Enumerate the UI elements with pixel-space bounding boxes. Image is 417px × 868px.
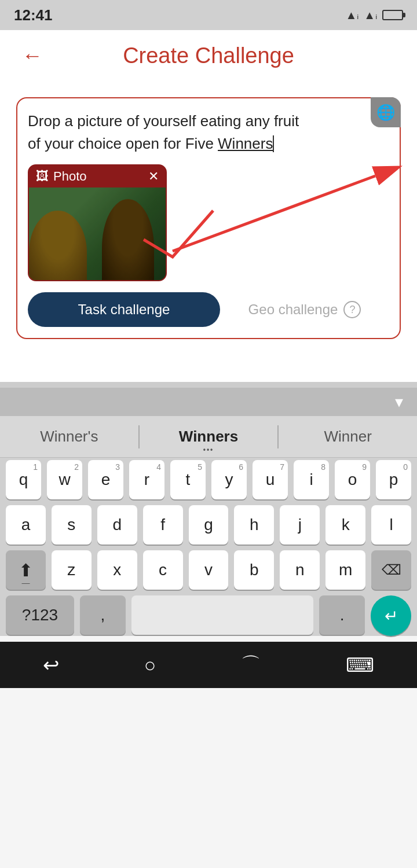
challenge-type-row: Task challenge Geo challenge ? <box>28 292 389 328</box>
status-icons: ▲ᵢ ▲ᵢ <box>345 8 403 22</box>
shift-key[interactable]: ⬆ — <box>6 550 46 590</box>
key-t[interactable]: 5t <box>170 460 206 499</box>
key-d[interactable]: d <box>97 505 137 545</box>
nav-recents-icon[interactable]: ⌒ <box>241 652 261 678</box>
key-k[interactable]: k <box>325 505 365 545</box>
main-content: 🌐 Drop a picture of yourself eating any … <box>0 81 417 382</box>
geo-challenge-button[interactable]: Geo challenge ? <box>220 292 389 328</box>
status-time: 12:41 <box>14 6 53 24</box>
bottom-nav: ↩ ○ ⌒ ⌨ <box>0 642 417 688</box>
period-key[interactable]: . <box>319 595 365 635</box>
task-challenge-button[interactable]: Task challenge <box>28 292 220 327</box>
photo-image-icon: 🖼 <box>36 169 49 184</box>
key-l[interactable]: l <box>371 505 411 545</box>
key-o[interactable]: 9o <box>335 460 370 499</box>
key-v[interactable]: v <box>189 550 229 590</box>
nav-keyboard-icon[interactable]: ⌨ <box>346 653 374 676</box>
enter-key[interactable]: ↵ <box>371 595 411 636</box>
chevron-row: ▾ <box>0 388 417 416</box>
key-x[interactable]: x <box>97 550 137 590</box>
app-header: ← Create Challenge <box>0 30 417 81</box>
keyboard-section: ▾ Winner's Winners Winner 1q 2w 3e 4r 5t… <box>0 382 417 636</box>
photo-image <box>29 187 166 280</box>
globe-icon: 🌐 <box>376 104 395 122</box>
keyboard-row-2: a s d f g h j k l <box>0 505 417 545</box>
photo-thumbnail: 🖼 Photo ✕ <box>28 164 167 281</box>
backspace-key[interactable]: ⌫ <box>371 550 411 590</box>
keyboard-row-3: ⬆ — z x c v b n m ⌫ <box>0 550 417 590</box>
key-q[interactable]: 1q <box>6 460 41 499</box>
globe-button[interactable]: 🌐 <box>371 97 401 127</box>
keyboard-row-4: ?123 , . ↵ <box>0 595 417 636</box>
key-f[interactable]: f <box>143 505 183 545</box>
status-bar: 12:41 ▲ᵢ ▲ᵢ <box>0 0 417 30</box>
chevron-down-icon[interactable]: ▾ <box>395 392 403 411</box>
key-a[interactable]: a <box>6 505 46 545</box>
challenge-text: Drop a picture of yourself eating any fr… <box>28 110 389 155</box>
key-w[interactable]: 2w <box>47 460 82 499</box>
key-g[interactable]: g <box>189 505 229 545</box>
autocomplete-row: Winner's Winners Winner <box>0 416 417 458</box>
key-j[interactable]: j <box>280 505 320 545</box>
autocomplete-item-3[interactable]: Winner <box>279 418 417 455</box>
signal-icon-2: ▲ᵢ <box>364 8 378 22</box>
key-h[interactable]: h <box>234 505 274 545</box>
nav-back-icon[interactable]: ↩ <box>43 653 59 676</box>
key-s[interactable]: s <box>52 505 92 545</box>
keyboard-row-1: 1q 2w 3e 4r 5t 6y 7u 8i 9o 0p <box>0 460 417 499</box>
page-title: Create Challenge <box>123 43 294 68</box>
photo-label-bar: 🖼 Photo ✕ <box>29 165 166 187</box>
geo-help-icon: ? <box>343 301 361 318</box>
nav-home-icon[interactable]: ○ <box>144 654 156 676</box>
geo-challenge-label: Geo challenge <box>248 301 338 318</box>
autocomplete-item-2[interactable]: Winners <box>140 418 278 455</box>
comma-key[interactable]: , <box>80 595 126 635</box>
key-c[interactable]: c <box>143 550 183 590</box>
autocomplete-item-1[interactable]: Winner's <box>0 418 138 455</box>
key-r[interactable]: 4r <box>129 460 164 499</box>
key-u[interactable]: 7u <box>253 460 288 499</box>
challenge-card: 🌐 Drop a picture of yourself eating any … <box>16 97 401 339</box>
key-p[interactable]: 0p <box>376 460 411 499</box>
battery-icon <box>382 10 403 20</box>
keyboard: 1q 2w 3e 4r 5t 6y 7u 8i 9o 0p a s d f g … <box>0 458 417 636</box>
key-b[interactable]: b <box>234 550 274 590</box>
signal-icon: ▲ᵢ <box>345 8 359 22</box>
key-i[interactable]: 8i <box>294 460 329 499</box>
symbols-key[interactable]: ?123 <box>6 595 74 635</box>
photo-close-button[interactable]: ✕ <box>148 169 159 184</box>
key-e[interactable]: 3e <box>88 460 123 499</box>
key-m[interactable]: m <box>325 550 365 590</box>
back-button[interactable]: ← <box>17 39 47 72</box>
space-key[interactable] <box>131 595 314 635</box>
photo-label: Photo <box>53 169 87 184</box>
highlighted-word: Winners <box>218 135 273 152</box>
key-n[interactable]: n <box>280 550 320 590</box>
key-y[interactable]: 6y <box>211 460 247 499</box>
key-z[interactable]: z <box>52 550 92 590</box>
